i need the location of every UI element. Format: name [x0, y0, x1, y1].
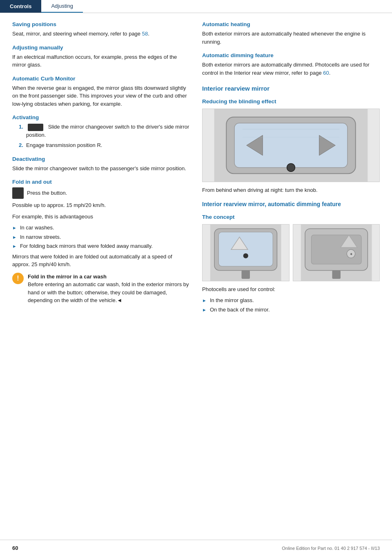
header-controls-tab[interactable]: Controls	[0, 0, 41, 13]
the-concept-title: The concept	[202, 214, 380, 220]
step-2: 2. Engage transmission position R.	[19, 141, 190, 149]
warning-title: Fold in the mirror in a car wash	[28, 274, 107, 280]
svg-rect-20	[332, 270, 340, 278]
bullet-item-0: ► In car washes.	[12, 224, 190, 232]
svg-point-13	[243, 253, 248, 258]
concept-bullet-1: ► On the back of the mirror.	[202, 306, 380, 314]
bullet-arrow-2: ►	[12, 243, 17, 250]
right-column: Automatic heating Both exterior mirrors …	[202, 21, 380, 316]
interior-auto-dimming-title: Interior rearview mirror, automatic dimm…	[202, 201, 380, 207]
bullet-text-0: In car washes.	[20, 224, 54, 232]
fold-bullets: ► In car washes. ► In narrow streets. ► …	[12, 224, 190, 250]
main-content: Saving positions Seat, mirror, and steer…	[0, 13, 392, 340]
saving-positions-body: Seat, mirror, and steering wheel memory,…	[12, 30, 190, 38]
svg-text:✦: ✦	[349, 251, 352, 256]
bullet-text-2: For folding back mirrors that were folde…	[20, 242, 153, 250]
step2-text: Engage transmission position R.	[26, 141, 102, 149]
fold-in-out-title: Fold in and out	[12, 179, 190, 185]
bullet-arrow-0: ►	[12, 225, 17, 231]
activating-steps: 1. Slide the mirror changeover switch to…	[19, 123, 190, 149]
rearview-mirror-image	[202, 109, 380, 182]
svg-rect-12	[242, 270, 250, 278]
bullet-arrow-1: ►	[12, 234, 17, 241]
fold-press-body: Press the button.	[27, 189, 67, 197]
rearview-mirror-svg	[203, 109, 379, 182]
bullet-item-1: ► In narrow streets.	[12, 233, 190, 241]
warning-body: Before entering an automatic car wash, f…	[28, 281, 189, 303]
fold-press-row: Press the button.	[12, 187, 190, 199]
auto-heating-title: Automatic heating	[202, 21, 380, 27]
reducing-blinding-title: Reducing the blinding effect	[202, 98, 380, 105]
header-adjusting-tab[interactable]: Adjusting	[41, 0, 82, 13]
switch-icon	[28, 124, 43, 131]
saving-positions-link[interactable]: 58	[142, 31, 148, 37]
fold-button-icon	[12, 187, 24, 199]
concept-arrow-0: ►	[202, 297, 207, 304]
svg-rect-16	[311, 235, 361, 264]
concept-bullet-text-0: In the mirror glass.	[210, 296, 254, 305]
step-1: 1. Slide the mirror changeover switch to…	[19, 123, 190, 139]
warning-text: Fold in the mirror in a car wash Before …	[28, 273, 190, 305]
adjusting-manually-body: If an electrical malfunction occurs, for…	[12, 53, 190, 69]
adjusting-label: Adjusting	[51, 3, 73, 9]
curb-monitor-title: Automatic Curb Monitor	[12, 76, 190, 82]
activating-title: Activating	[12, 114, 190, 120]
bullet-item-2: ► For folding back mirrors that were fol…	[12, 242, 190, 250]
warning-icon: !	[12, 273, 24, 284]
interior-rearview-title: Interior rearview mirror	[202, 85, 380, 92]
concept-arrow-1: ►	[202, 307, 207, 314]
fold-auto-body: Mirrors that were folded in are folded o…	[12, 253, 190, 269]
controls-label: Controls	[10, 3, 31, 9]
footer-text: Online Edition for Part no. 01 40 2 917 …	[282, 546, 380, 551]
concept-bullet-0: ► In the mirror glass.	[202, 296, 380, 305]
concept-bullet-text-1: On the back of the mirror.	[210, 306, 270, 314]
saving-positions-title: Saving positions	[12, 21, 190, 27]
concept-left-svg	[203, 225, 289, 281]
adjusting-manually-title: Adjusting manually	[12, 44, 190, 51]
concept-images: ✦	[202, 224, 380, 281]
svg-point-3	[287, 164, 295, 172]
concept-body: Photocells are used for control:	[202, 285, 380, 294]
concept-image-left	[202, 224, 290, 281]
auto-heating-body: Both exterior mirrors are automatically …	[202, 30, 380, 46]
step1-text: Slide the mirror changeover switch to th…	[26, 124, 189, 138]
auto-dimming-link[interactable]: 60	[323, 70, 329, 76]
page-header: Controls Adjusting	[0, 0, 392, 13]
bullet-text-1: In narrow streets.	[20, 233, 61, 241]
fold-speed-body: Possible up to approx. 15 mph/20 km/h.	[12, 201, 190, 209]
fold-example-body: For example, this is advantageous	[12, 213, 190, 221]
concept-right-svg: ✦	[293, 225, 380, 281]
deactivating-title: Deactivating	[12, 156, 190, 162]
deactivating-body: Slide the mirror changeover switch to th…	[12, 165, 190, 173]
page-footer: 60 Online Edition for Part no. 01 40 2 9…	[0, 540, 392, 556]
left-column: Saving positions Seat, mirror, and steer…	[12, 21, 190, 316]
concept-image-right: ✦	[293, 224, 380, 281]
warning-block: ! Fold in the mirror in a car wash Befor…	[12, 273, 190, 305]
concept-bullets: ► In the mirror glass. ► On the back of …	[202, 296, 380, 314]
auto-dimming-body: Both exterior mirrors are automatically …	[202, 61, 380, 77]
page-number: 60	[12, 545, 18, 551]
auto-dimming-title: Automatic dimming feature	[202, 52, 380, 58]
curb-monitor-body: When the reverse gear is engaged, the mi…	[12, 84, 190, 108]
reducing-blinding-body: From behind when driving at night: turn …	[202, 186, 380, 194]
